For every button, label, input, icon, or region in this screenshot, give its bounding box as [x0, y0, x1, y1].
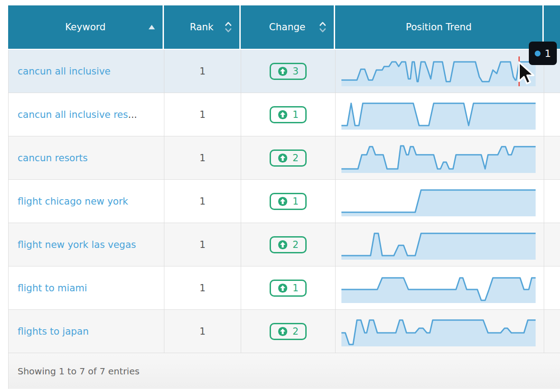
change-cell: 2: [241, 310, 336, 353]
change-badge[interactable]: 3: [270, 63, 307, 80]
table-row: flight to miami11: [9, 266, 560, 310]
table-header-row: Keyword Rank Change Posit: [8, 5, 560, 49]
change-value: 2: [293, 153, 299, 163]
keyword-link[interactable]: cancun all inclusive res: [18, 109, 128, 120]
position-trend-cell: [336, 223, 544, 266]
change-badge[interactable]: 1: [270, 106, 307, 123]
change-value: 1: [293, 283, 299, 294]
rank-cell: 1: [164, 223, 241, 266]
table-row: cancun all inclusive res...11: [9, 93, 560, 136]
table-row: cancun all inclusive13: [9, 50, 560, 93]
position-trend-cell: [336, 310, 544, 353]
position-trend-sparkline[interactable]: [341, 143, 536, 173]
rank-tracker-screen: Keyword Rank Change Posit: [0, 0, 560, 392]
keyword-cell: flights to japan: [9, 310, 164, 353]
position-trend-cell: [336, 50, 544, 93]
hover-tooltip: 1: [529, 42, 557, 65]
extra-cell: [544, 180, 560, 223]
truncation-ellipsis: ...: [128, 109, 137, 120]
arrow-circle-up-icon: [278, 153, 288, 163]
tooltip-value: 1: [545, 48, 551, 59]
keyword-link[interactable]: flights to japan: [18, 326, 89, 337]
arrow-circle-up-icon: [278, 110, 288, 120]
column-header-keyword[interactable]: Keyword: [8, 5, 164, 49]
rank-cell: 1: [164, 50, 241, 93]
change-cell: 1: [241, 266, 336, 309]
change-badge[interactable]: 2: [270, 149, 307, 167]
keyword-link[interactable]: flight chicago new york: [18, 196, 128, 207]
extra-cell: [544, 93, 560, 136]
keyword-link[interactable]: cancun resorts: [18, 153, 88, 163]
position-trend-sparkline[interactable]: [341, 100, 536, 130]
arrow-circle-up-icon: [278, 240, 288, 250]
table-row: flight new york las vegas12: [9, 223, 560, 266]
column-header-label: Rank: [190, 22, 213, 33]
arrow-circle-up-icon: [278, 327, 288, 336]
extra-cell: [544, 310, 560, 353]
arrow-circle-up-icon: [278, 196, 288, 206]
change-badge[interactable]: 2: [270, 323, 307, 340]
position-trend-cell: [336, 93, 544, 136]
rank-cell: 1: [164, 93, 241, 136]
extra-cell: [544, 136, 560, 179]
change-value: 2: [293, 239, 299, 250]
keyword-cell: flight to miami: [9, 266, 164, 309]
position-trend-cell: [336, 180, 544, 223]
hover-crosshair-line: [518, 56, 520, 86]
sort-ascending-icon[interactable]: [148, 24, 155, 30]
position-trend-cell: [336, 136, 544, 179]
rank-cell: 1: [164, 266, 241, 309]
column-header-label: Position Trend: [406, 22, 472, 33]
rank-cell: 1: [164, 180, 241, 223]
series-dot-icon: [535, 51, 541, 56]
rank-table: Keyword Rank Change Posit: [8, 5, 560, 389]
keyword-cell: cancun resorts: [9, 136, 164, 179]
table-row: flights to japan12: [9, 310, 560, 353]
position-trend-sparkline[interactable]: [341, 230, 536, 260]
entries-summary: Showing 1 to 7 of 7 entries: [18, 366, 140, 377]
change-badge[interactable]: 2: [270, 236, 307, 253]
arrow-circle-up-icon: [278, 283, 288, 293]
position-trend-sparkline[interactable]: [341, 187, 536, 216]
column-header-change[interactable]: Change: [241, 5, 335, 49]
change-value: 2: [293, 326, 299, 337]
keyword-link[interactable]: flight to miami: [18, 283, 87, 294]
sort-both-icon[interactable]: [319, 21, 327, 33]
change-cell: 3: [241, 50, 336, 93]
position-trend-sparkline[interactable]: [341, 273, 536, 303]
sort-both-icon[interactable]: [224, 21, 232, 33]
change-badge[interactable]: 1: [270, 193, 307, 210]
change-value: 1: [293, 109, 299, 120]
extra-cell: [544, 266, 560, 309]
change-badge[interactable]: 1: [270, 280, 307, 297]
keyword-cell: cancun all inclusive res...: [9, 93, 164, 136]
arrow-circle-up-icon: [278, 66, 288, 76]
change-cell: 1: [241, 180, 336, 223]
column-header-rank[interactable]: Rank: [164, 5, 241, 49]
keyword-link[interactable]: flight new york las vegas: [18, 239, 136, 250]
column-header-position-trend[interactable]: Position Trend: [335, 5, 544, 49]
table-row: flight chicago new york11: [9, 180, 560, 223]
change-value: 3: [293, 66, 299, 77]
position-trend-sparkline[interactable]: [341, 56, 536, 86]
table-footer: Showing 1 to 7 of 7 entries: [8, 353, 560, 389]
change-cell: 1: [241, 93, 336, 136]
extra-cell: [544, 223, 560, 266]
change-cell: 2: [241, 223, 336, 266]
keyword-cell: flight new york las vegas: [9, 223, 164, 266]
keyword-cell: flight chicago new york: [9, 180, 164, 223]
keyword-cell: cancun all inclusive: [9, 50, 164, 93]
table-body: cancun all inclusive13cancun all inclusi…: [8, 50, 560, 353]
change-value: 1: [293, 196, 299, 207]
rank-cell: 1: [164, 136, 241, 179]
column-header-label: Change: [269, 22, 305, 33]
change-cell: 2: [241, 136, 336, 179]
table-row: cancun resorts12: [9, 136, 560, 180]
position-trend-cell: [336, 266, 544, 309]
rank-cell: 1: [164, 310, 241, 353]
column-header-label: Keyword: [65, 22, 106, 33]
keyword-link[interactable]: cancun all inclusive: [18, 66, 111, 77]
position-trend-sparkline[interactable]: [341, 317, 536, 346]
